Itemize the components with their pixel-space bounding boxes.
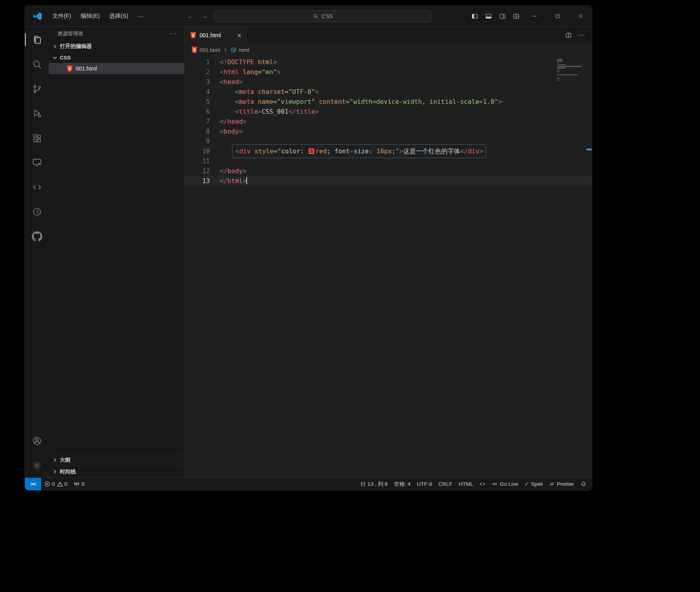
open-editors-section[interactable]: 打开的编辑器 xyxy=(49,41,184,52)
outline-section[interactable]: 大纲 xyxy=(49,454,184,466)
close-icon[interactable] xyxy=(569,6,592,26)
folder-label: CSS xyxy=(60,55,71,61)
toggle-sidebar-icon[interactable] xyxy=(468,10,481,23)
line-number: 3 xyxy=(185,77,210,87)
github-icon[interactable] xyxy=(25,224,49,248)
explorer-icon[interactable] xyxy=(25,27,49,52)
chevron-down-icon xyxy=(51,54,58,61)
settings-gear-icon[interactable] xyxy=(25,453,49,477)
warning-icon xyxy=(57,481,63,487)
menu-file[interactable]: 文件(F) xyxy=(48,10,76,22)
code-line-7[interactable]: 7</head> xyxy=(185,116,592,126)
code-line-12[interactable]: 12</body> xyxy=(185,166,592,176)
open-in-browser-icon[interactable] xyxy=(476,478,489,490)
overview-ruler-mark xyxy=(586,149,592,150)
statusbar-right: 行 13 , 列 8 空格: 4 UTF-8 CRLF HTML Go Live… xyxy=(358,478,592,490)
menu-edit[interactable]: 编辑(E) xyxy=(76,10,104,22)
cursor-position[interactable]: 行 13 , 列 8 xyxy=(358,478,391,490)
breadcrumb-symbol[interactable]: html xyxy=(239,47,249,53)
titlebar-left: 文件(F) 编辑(E) 选择(S) ··· xyxy=(25,10,148,22)
code-line-4[interactable]: 4 <meta charset="UTF-8"> xyxy=(185,87,592,97)
sidebar-header: 资源管理器 ··· xyxy=(49,27,184,41)
run-debug-icon[interactable] xyxy=(25,101,49,126)
prettier-status[interactable]: ✓✓ Prettier xyxy=(546,478,577,490)
code-line-1[interactable]: 1<!DOCTYPE html> xyxy=(185,57,592,67)
ports-status[interactable]: 0 xyxy=(70,478,88,490)
language-mode[interactable]: HTML xyxy=(455,478,476,490)
chevron-right-icon xyxy=(51,468,58,476)
check-icon: ✓ xyxy=(525,481,529,487)
code-line-3[interactable]: 3<head> xyxy=(185,77,592,87)
tab-close-icon[interactable] xyxy=(236,32,242,38)
breadcrumb-file[interactable]: 001.html xyxy=(200,47,220,53)
line-number: 8 xyxy=(185,126,210,136)
menu-selection[interactable]: 选择(S) xyxy=(105,10,133,22)
search-box[interactable]: CSS xyxy=(214,10,432,22)
screen: 文件(F) 编辑(E) 选择(S) ··· ← → CSS xyxy=(0,0,700,592)
menu-more-icon[interactable]: ··· xyxy=(133,11,148,21)
html5-file-icon: 5 xyxy=(192,47,197,53)
toggle-secondary-sidebar-icon[interactable] xyxy=(495,10,509,23)
line-number: 12 xyxy=(185,166,210,176)
minimap[interactable] xyxy=(557,59,586,81)
line-content: <head> xyxy=(210,77,243,87)
line-number: 13 xyxy=(185,176,210,186)
remote-explorer-icon[interactable] xyxy=(25,150,49,175)
remote-indicator[interactable]: >< xyxy=(25,478,41,490)
line-number: 10 xyxy=(185,146,210,156)
extensions-icon[interactable] xyxy=(25,126,49,150)
editor-scrollbar[interactable] xyxy=(586,56,592,477)
activity-bar xyxy=(25,27,49,477)
nav-back-icon[interactable]: ← xyxy=(185,12,196,20)
code-line-6[interactable]: 6 <title>CSS_001</title> xyxy=(185,107,592,116)
timeline-section[interactable]: 时间线 xyxy=(49,466,184,477)
code-line-13[interactable]: 13</html> xyxy=(185,176,592,186)
code-line-5[interactable]: 5 <meta name="viewport" content="width=d… xyxy=(185,97,592,107)
nav-forward-icon[interactable]: → xyxy=(200,12,210,20)
code-preview-icon[interactable] xyxy=(25,175,49,199)
folder-section-css[interactable]: CSS xyxy=(49,52,184,63)
titlebar-right xyxy=(468,6,592,26)
editor-more-icon[interactable]: ··· xyxy=(578,32,585,39)
code-editor[interactable]: 1<!DOCTYPE html>2<html lang="en">3<head>… xyxy=(185,56,592,477)
search-sidebar-icon[interactable] xyxy=(25,52,49,76)
line-number: 4 xyxy=(185,87,210,97)
encoding[interactable]: UTF-8 xyxy=(414,478,435,490)
error-count: 0 xyxy=(52,481,55,487)
maximize-icon[interactable] xyxy=(546,6,569,26)
tab-bar: 5 001.html ··· xyxy=(185,27,592,44)
split-editor-icon[interactable] xyxy=(565,32,572,39)
timeline-icon[interactable] xyxy=(25,199,49,224)
source-control-icon[interactable] xyxy=(25,76,49,101)
go-live-label: Go Live xyxy=(500,481,518,487)
tab-001-html[interactable]: 5 001.html xyxy=(185,27,247,44)
text-cursor xyxy=(246,177,247,184)
go-live-button[interactable]: Go Live xyxy=(489,478,521,490)
spell-checker-status[interactable]: ✓ Spell xyxy=(521,478,546,490)
indentation[interactable]: 空格: 4 xyxy=(391,478,414,490)
line-number: 5 xyxy=(185,97,210,107)
timeline-label: 时间线 xyxy=(60,468,76,476)
code-line-10[interactable]: 10 <div style="color: red; font-size: 16… xyxy=(185,146,592,156)
error-icon xyxy=(44,481,50,487)
broadcast-icon xyxy=(492,481,498,487)
bell-icon xyxy=(580,481,586,487)
explorer-sidebar: 资源管理器 ··· 打开的编辑器 CSS 5 xyxy=(49,27,185,477)
line-content: <title>CSS_001</title> xyxy=(210,107,319,116)
file-item-001-html[interactable]: 5 001.html xyxy=(49,63,184,74)
code-line-8[interactable]: 8<body> xyxy=(185,126,592,136)
line-number: 1 xyxy=(185,57,210,67)
spell-label: Spell xyxy=(531,481,543,487)
toggle-panel-icon[interactable] xyxy=(481,10,495,23)
sidebar-more-icon[interactable]: ··· xyxy=(168,30,179,37)
account-icon[interactable] xyxy=(25,428,49,453)
color-swatch[interactable] xyxy=(309,149,314,154)
code-line-2[interactable]: 2<html lang="en"> xyxy=(185,67,592,77)
line-number: 2 xyxy=(185,67,210,77)
eol-sequence[interactable]: CRLF xyxy=(435,478,455,490)
problems-status[interactable]: 0 0 xyxy=(41,478,70,490)
customize-layout-icon[interactable] xyxy=(509,10,523,23)
minimize-icon[interactable] xyxy=(523,6,546,26)
notifications-bell[interactable] xyxy=(577,478,590,490)
file-name: 001.html xyxy=(76,65,97,72)
